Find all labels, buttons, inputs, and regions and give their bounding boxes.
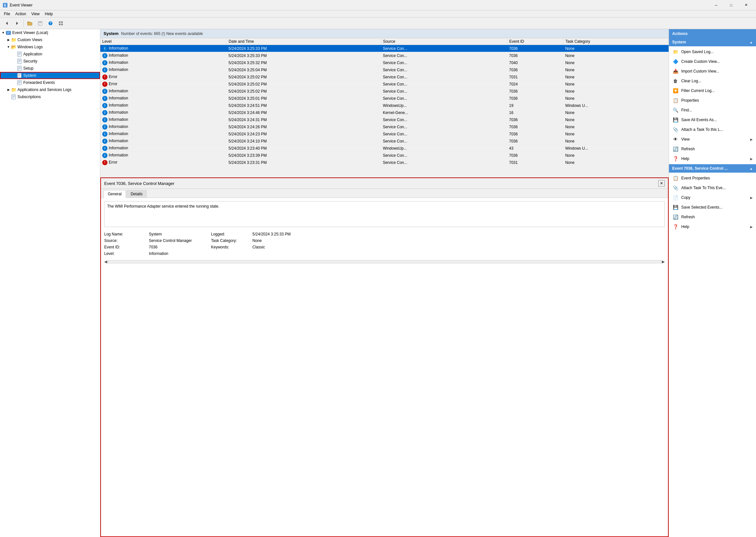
col-source[interactable]: Source xyxy=(381,38,507,45)
tree-item-system[interactable]: System xyxy=(0,72,100,79)
system-section-collapse[interactable]: ▲ xyxy=(749,40,753,44)
table-row[interactable]: iInformation5/24/2024 3:25:33 PMService … xyxy=(100,45,669,52)
table-row[interactable]: iInformation5/24/2024 3:24:46 PMKernel-G… xyxy=(100,109,669,116)
app-services-expand[interactable]: ▶ xyxy=(6,87,11,92)
table-row[interactable]: iInformation5/24/2024 3:24:51 PMWindowsU… xyxy=(100,102,669,109)
action-create-custom-view[interactable]: 🔷 Create Custom View... xyxy=(669,57,756,66)
event-datetime: 5/24/2024 3:25:04 PM xyxy=(227,66,381,73)
event-category: None xyxy=(563,123,668,131)
back-button[interactable] xyxy=(2,19,12,28)
action-refresh-system[interactable]: 🔄 Refresh xyxy=(669,144,756,154)
windows-logs-expand[interactable]: ▼ xyxy=(6,44,11,50)
close-button[interactable]: ✕ xyxy=(738,0,753,10)
tree-item-security[interactable]: Security xyxy=(0,58,100,65)
action-clear-log[interactable]: 🗑 Clear Log... xyxy=(669,76,756,86)
event-props-icon: 📋 xyxy=(672,175,679,182)
col-level[interactable]: Level xyxy=(100,38,227,45)
action-view[interactable]: 👁 View ▶ xyxy=(669,134,756,144)
action-find[interactable]: 🔍 Find... xyxy=(669,105,756,115)
folder-icon: 📁 xyxy=(11,37,16,42)
tab-general[interactable]: General xyxy=(103,190,126,198)
menu-action[interactable]: Action xyxy=(13,11,28,17)
action-save-all-events[interactable]: 💾 Save All Events As... xyxy=(669,115,756,125)
table-row[interactable]: iInformation5/24/2024 3:25:33 PMService … xyxy=(100,52,669,59)
col-eventid[interactable]: Event ID xyxy=(507,38,563,45)
system-section-header[interactable]: System ▲ xyxy=(669,38,756,46)
action-attach-task-event[interactable]: 📎 Attach Task To This Eve... xyxy=(669,183,756,193)
table-row[interactable]: iInformation5/24/2024 3:25:01 PMService … xyxy=(100,95,669,102)
tree-label-setup: Setup xyxy=(23,66,33,71)
action-save-selected-events[interactable]: 💾 Save Selected Events... xyxy=(669,202,756,212)
custom-views-expand[interactable]: ▶ xyxy=(6,37,11,42)
find-icon: 🔍 xyxy=(672,107,679,113)
event-datetime: 5/24/2024 3:25:01 PM xyxy=(227,95,381,102)
table-row[interactable]: iInformation5/24/2024 3:24:26 PMService … xyxy=(100,123,669,131)
tree-item-windows-logs[interactable]: ▼ 📂 Windows Logs xyxy=(0,43,100,51)
table-row[interactable]: !Error5/24/2024 3:23:31 PMService Con...… xyxy=(100,159,669,166)
tree-label-application: Application xyxy=(23,52,42,56)
action-filter-log[interactable]: 🔽 Filter Current Log... xyxy=(669,86,756,96)
event-category: None xyxy=(563,109,668,116)
table-row[interactable]: iInformation5/24/2024 3:23:39 PMService … xyxy=(100,152,669,159)
tree-item-subscriptions[interactable]: Subscriptions xyxy=(0,93,100,101)
action-properties[interactable]: 📋 Properties xyxy=(669,96,756,105)
events-table-container[interactable]: Level Date and Time Source Event ID Task… xyxy=(100,38,669,178)
info-level-icon: i xyxy=(102,60,107,65)
tree-root[interactable]: ▼ Event Viewer (Local) xyxy=(0,29,100,36)
maximize-button[interactable]: □ xyxy=(724,0,738,10)
action-attach-task-log[interactable]: 📎 Attach a Task To this L... xyxy=(669,125,756,134)
table-row[interactable]: iInformation5/24/2024 3:23:40 PMWindowsU… xyxy=(100,145,669,152)
event-level-cell: iInformation xyxy=(100,102,227,109)
table-row[interactable]: iInformation5/24/2024 3:24:23 PMService … xyxy=(100,131,669,138)
menu-file[interactable]: File xyxy=(1,11,13,17)
tree-item-forwarded-events[interactable]: Forwarded Events xyxy=(0,79,100,86)
help-button[interactable]: ? xyxy=(46,19,55,28)
table-row[interactable]: iInformation5/24/2024 3:25:32 PMService … xyxy=(100,59,669,66)
log-header: System Number of events: 665 (!) New eve… xyxy=(100,29,669,38)
table-row[interactable]: !Error5/24/2024 3:25:02 PMService Con...… xyxy=(100,81,669,88)
table-row[interactable]: iInformation5/24/2024 3:25:04 PMService … xyxy=(100,66,669,73)
event-detail-panel: Event 7036, Service Control Manager ✕ Ge… xyxy=(100,178,669,537)
action-open-saved-log[interactable]: 📁 Open Saved Log... xyxy=(669,47,756,57)
open-button[interactable] xyxy=(25,19,35,28)
action-copy[interactable]: 📄 Copy ▶ xyxy=(669,193,756,202)
action-help-system[interactable]: ❓ Help ▶ xyxy=(669,154,756,164)
log-icon-application xyxy=(17,52,22,57)
svg-rect-21 xyxy=(18,53,21,53)
table-row[interactable]: !Error5/24/2024 3:25:02 PMService Con...… xyxy=(100,73,669,81)
event-level-cell: iInformation xyxy=(100,131,227,138)
menu-help[interactable]: Help xyxy=(42,11,56,17)
table-row[interactable]: iInformation5/24/2024 3:24:10 PMService … xyxy=(100,138,669,145)
error-level-icon: ! xyxy=(102,160,107,165)
event-level-cell: iInformation xyxy=(100,138,227,145)
tree-item-custom-views[interactable]: ▶ 📁 Custom Views xyxy=(0,36,100,43)
tree-item-setup[interactable]: Setup xyxy=(0,65,100,72)
forward-button[interactable] xyxy=(12,19,22,28)
action-help-event[interactable]: ❓ Help ▶ xyxy=(669,222,756,231)
tree-root-expand[interactable]: ▼ xyxy=(1,30,6,35)
detail-hscroll[interactable]: ◀ ▶ xyxy=(104,260,665,264)
view-button[interactable] xyxy=(56,19,66,28)
minimize-button[interactable]: ─ xyxy=(709,0,724,10)
event-section-collapse[interactable]: ▲ xyxy=(749,167,753,170)
table-row[interactable]: iInformation5/24/2024 3:25:02 PMService … xyxy=(100,88,669,95)
event-level-cell: iInformation xyxy=(100,145,227,152)
col-category[interactable]: Task Category xyxy=(563,38,668,45)
tree-item-application[interactable]: Application xyxy=(0,51,100,58)
detail-close-button[interactable]: ✕ xyxy=(658,180,665,186)
info-level-icon: i xyxy=(102,124,107,130)
tab-details[interactable]: Details xyxy=(127,190,147,197)
tree-item-app-services-logs[interactable]: ▶ 📁 Applications and Services Logs xyxy=(0,86,100,93)
properties-button[interactable] xyxy=(35,19,45,28)
table-row[interactable]: iInformation5/24/2024 3:24:31 PMService … xyxy=(100,116,669,123)
event-section-header[interactable]: Event 7036, Service Control ... ▲ xyxy=(669,164,756,173)
menu-view[interactable]: View xyxy=(29,11,42,17)
action-import-custom-view[interactable]: 📥 Import Custom View... xyxy=(669,66,756,76)
action-event-properties[interactable]: 📋 Event Properties xyxy=(669,173,756,183)
col-datetime[interactable]: Date and Time xyxy=(227,38,381,45)
event-category: Windows U... xyxy=(563,145,668,152)
event-source: Service Con... xyxy=(381,66,507,73)
action-refresh-event[interactable]: 🔄 Refresh xyxy=(669,212,756,222)
detail-fields-table: Log Name: System Logged: 5/24/2024 3:25:… xyxy=(104,231,665,257)
app-body: ▼ Event Viewer (Local) ▶ 📁 Custom Views … xyxy=(0,29,756,537)
